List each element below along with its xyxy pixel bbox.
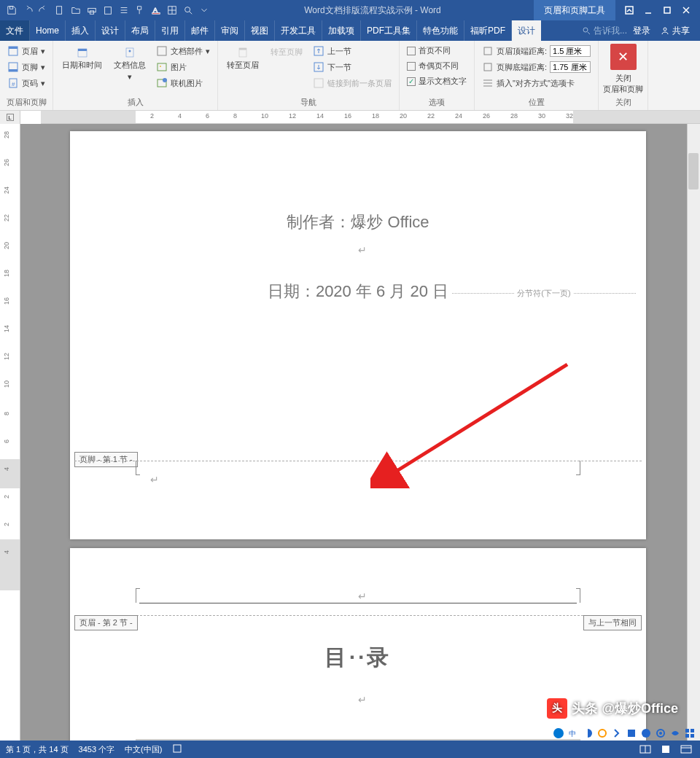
- picture-button[interactable]: 图片: [153, 60, 213, 74]
- prev-section-button[interactable]: 上一节: [310, 44, 394, 58]
- horizontal-ruler[interactable]: 2468101214161820222426283032: [41, 111, 700, 124]
- same-as-previous-label: 与上一节相同: [583, 615, 642, 630]
- svg-point-22: [129, 50, 131, 52]
- paste-button[interactable]: [101, 3, 115, 17]
- svg-rect-33: [484, 47, 491, 55]
- footer-bottom-input[interactable]: [550, 61, 591, 73]
- odd-even-different-checkbox[interactable]: 奇偶页不同: [404, 59, 470, 73]
- scroll-thumb[interactable]: [688, 153, 699, 190]
- header-button[interactable]: 页眉 ▾: [4, 44, 48, 58]
- open-button[interactable]: [69, 3, 83, 17]
- tab-视图[interactable]: 视图: [245, 20, 275, 41]
- pilcrow-icon: ↵: [150, 474, 159, 485]
- vertical-ruler[interactable]: 28262422201816141210864224: [0, 124, 20, 741]
- tray-icon: [611, 727, 623, 739]
- svg-rect-29: [239, 48, 246, 50]
- print-layout-button[interactable]: [658, 743, 674, 756]
- tab-文件[interactable]: 文件: [0, 20, 30, 41]
- online-picture-button[interactable]: 联机图片: [153, 76, 213, 90]
- ribbon-options-button[interactable]: [621, 2, 637, 18]
- footer-button[interactable]: 页脚 ▾: [4, 60, 48, 74]
- document-canvas[interactable]: 制作者：爆炒 Office ↵ 日期：2020 年 6 月 20 日 分节符(下…: [20, 124, 700, 741]
- next-section-button[interactable]: 下一节: [310, 60, 394, 74]
- show-document-text-checkbox[interactable]: ✓显示文档文字: [404, 74, 470, 88]
- link-previous-button[interactable]: 链接到前一条页眉: [310, 76, 394, 90]
- tell-me-search[interactable]: 告诉我...: [582, 25, 627, 37]
- share-button[interactable]: 共享: [656, 25, 694, 37]
- format-painter-button[interactable]: [133, 3, 147, 17]
- header-top-distance[interactable]: 页眉顶端距离:: [479, 44, 594, 58]
- tab-开发工具[interactable]: 开发工具: [275, 20, 322, 41]
- doc-parts-button[interactable]: 文档部件 ▾: [153, 44, 213, 58]
- close-window-button[interactable]: [678, 2, 694, 18]
- svg-text:中: 中: [569, 730, 576, 738]
- tab-home[interactable]: Home: [30, 20, 66, 41]
- tab-布局[interactable]: 布局: [125, 20, 155, 41]
- svg-rect-49: [662, 746, 669, 753]
- insert-alignment-tab-button[interactable]: 插入"对齐方式"选项卡: [479, 76, 594, 90]
- qat-more-button[interactable]: [197, 3, 211, 17]
- find-button[interactable]: [181, 3, 195, 17]
- vertical-scrollbar[interactable]: [687, 124, 700, 741]
- tray-icon: [655, 727, 666, 739]
- tray-icon: [626, 727, 637, 739]
- tab-邮件[interactable]: 邮件: [185, 20, 215, 41]
- font-color-button[interactable]: A: [149, 3, 163, 17]
- tray-icon: [684, 727, 696, 739]
- paragraph-button[interactable]: [117, 3, 131, 17]
- header-tab-right: [576, 588, 580, 603]
- tab-福昕pdf[interactable]: 福昕PDF: [464, 20, 512, 41]
- footer-section-1-label: 页脚 - 第 1 节 -: [74, 452, 138, 467]
- table-button[interactable]: [165, 3, 179, 17]
- tab-特色功能[interactable]: 特色功能: [417, 20, 464, 41]
- track-changes-icon[interactable]: [172, 743, 182, 755]
- goto-footer-button[interactable]: 转至页脚: [266, 44, 307, 60]
- header-section-2-label: 页眉 - 第 2 节 -: [74, 615, 138, 630]
- tab-设计[interactable]: 设计: [512, 20, 541, 41]
- ribbon-group-options: 首页不同 奇偶页不同 ✓显示文档文字 选项: [400, 41, 475, 110]
- goto-header-button[interactable]: 转至页眉: [222, 44, 263, 74]
- read-mode-button[interactable]: [637, 743, 653, 756]
- web-layout-button[interactable]: [678, 743, 694, 756]
- ribbon-group-close: ✕ 关闭页眉和页脚 关闭: [599, 41, 648, 110]
- tab-设计[interactable]: 设计: [96, 20, 125, 41]
- tab-引用[interactable]: 引用: [155, 20, 185, 41]
- tab-pdf工具集[interactable]: PDF工具集: [361, 20, 417, 41]
- svg-rect-21: [126, 48, 133, 57]
- close-header-footer-button[interactable]: ✕: [610, 44, 637, 70]
- svg-rect-20: [78, 49, 87, 51]
- ribbon-group-header-footer: 页眉 ▾ 页脚 ▾ #页码 ▾ 页眉和页脚: [0, 41, 53, 110]
- ribbon-group-label: 选项: [402, 96, 471, 109]
- tray-icons: 中: [553, 727, 696, 739]
- page-indicator[interactable]: 第 1 页，共 14 页: [6, 744, 69, 755]
- page-number-button[interactable]: #页码 ▾: [4, 76, 48, 90]
- tab-审阅[interactable]: 审阅: [215, 20, 245, 41]
- login-button[interactable]: 登录: [633, 25, 650, 37]
- quick-access-toolbar: A: [0, 3, 211, 17]
- header-top-input[interactable]: [550, 45, 591, 57]
- redo-button[interactable]: [36, 3, 51, 17]
- minimize-button[interactable]: [640, 2, 656, 18]
- tab-插入[interactable]: 插入: [66, 20, 96, 41]
- first-page-different-checkbox[interactable]: 首页不同: [404, 44, 470, 58]
- print-preview-button[interactable]: [85, 3, 99, 17]
- footer-bottom-distance[interactable]: 页脚底端距离:: [479, 60, 594, 74]
- undo-button[interactable]: [20, 3, 35, 17]
- svg-rect-23: [158, 47, 166, 55]
- svg-rect-4: [105, 7, 112, 15]
- date-time-button[interactable]: 日期和时间: [58, 44, 106, 74]
- svg-rect-14: [9, 47, 18, 49]
- tab-加载项[interactable]: 加载项: [322, 20, 361, 41]
- ribbon: 页眉 ▾ 页脚 ▾ #页码 ▾ 页眉和页脚 日期和时间 文档信息 ▾ 文档部件 …: [0, 41, 700, 111]
- language-indicator[interactable]: 中文(中国): [125, 744, 162, 755]
- ribbon-group-label: 关闭: [602, 96, 645, 109]
- save-button[interactable]: [4, 3, 19, 17]
- new-button[interactable]: [52, 3, 67, 17]
- tray-icon: 中: [567, 727, 579, 739]
- svg-rect-34: [484, 63, 491, 71]
- maximize-button[interactable]: [659, 2, 675, 18]
- word-count[interactable]: 3453 个字: [79, 744, 115, 755]
- svg-point-11: [583, 28, 588, 32]
- doc-info-button[interactable]: 文档信息 ▾: [109, 44, 150, 85]
- tray-icon: [640, 727, 652, 739]
